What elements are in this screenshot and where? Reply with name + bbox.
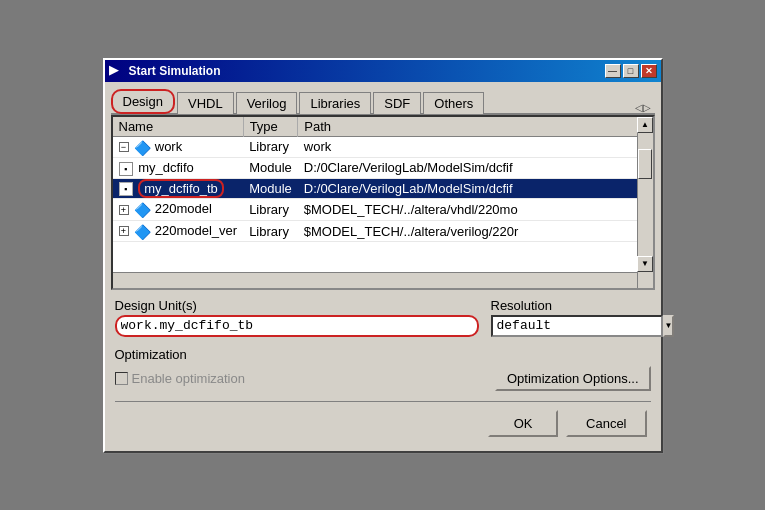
- design-units-label: Design Unit(s): [115, 298, 479, 313]
- minimize-button[interactable]: —: [605, 64, 621, 78]
- horizontal-scrollbar[interactable]: [113, 272, 637, 288]
- resolution-input[interactable]: [491, 315, 663, 337]
- tab-sdf[interactable]: SDF: [373, 92, 421, 114]
- scroll-down-button[interactable]: ▼: [637, 256, 653, 272]
- window-icon: ▶: [109, 63, 125, 79]
- title-bar: ▶ Start Simulation — □ ✕: [105, 60, 661, 82]
- close-button[interactable]: ✕: [641, 64, 657, 78]
- tab-verilog[interactable]: Verilog: [236, 92, 298, 114]
- tab-scroll-arrow[interactable]: ◁▷: [631, 102, 655, 113]
- table-row[interactable]: + 🔷 220model_ver Library $MODEL_TECH/../…: [113, 220, 653, 242]
- dialog-buttons: OK Cancel: [115, 406, 651, 441]
- tab-libraries[interactable]: Libraries: [299, 92, 371, 114]
- scroll-thumb[interactable]: [638, 149, 652, 179]
- ok-button[interactable]: OK: [488, 410, 558, 437]
- divider: [115, 401, 651, 402]
- design-units-input[interactable]: [115, 315, 479, 337]
- library-table: Name Type Path − 🔷 work Library: [111, 115, 655, 290]
- tab-bar: Design VHDL Verilog Libraries SDF Others…: [111, 88, 655, 115]
- table-row-selected[interactable]: ▪ my_dcfifo_tb Module D:/0Clare/VerilogL…: [113, 178, 653, 199]
- column-header-type: Type: [243, 117, 298, 137]
- library-icon: 🔷: [134, 223, 151, 239]
- table-row[interactable]: − 🔷 work Library work: [113, 136, 653, 158]
- resolution-dropdown-arrow[interactable]: ▼: [663, 315, 675, 337]
- enable-optimization-checkbox[interactable]: [115, 372, 128, 385]
- expand-icon[interactable]: +: [119, 226, 129, 236]
- expand-icon[interactable]: +: [119, 205, 129, 215]
- expand-icon[interactable]: −: [119, 142, 129, 152]
- table-row[interactable]: + 🔷 220model Library $MODEL_TECH/../alte…: [113, 199, 653, 221]
- table-row[interactable]: ▪ my_dcfifo Module D:/0Clare/VerilogLab/…: [113, 158, 653, 179]
- optimization-label: Optimization: [115, 347, 651, 362]
- tab-vhdl[interactable]: VHDL: [177, 92, 234, 114]
- vertical-scrollbar[interactable]: ▲ ▼: [637, 117, 653, 288]
- library-icon: 🔷: [134, 139, 151, 155]
- maximize-button[interactable]: □: [623, 64, 639, 78]
- optimization-options-button[interactable]: Optimization Options...: [495, 366, 651, 391]
- module-icon: ▪: [119, 182, 133, 196]
- start-simulation-dialog: ▶ Start Simulation — □ ✕ Design VHDL Ver…: [103, 58, 663, 453]
- tab-others[interactable]: Others: [423, 92, 484, 114]
- window-title: Start Simulation: [129, 64, 221, 78]
- enable-optimization-checkbox-label[interactable]: Enable optimization: [115, 371, 245, 386]
- tab-design[interactable]: Design: [111, 89, 175, 114]
- library-icon: 🔷: [134, 202, 151, 218]
- scroll-up-button[interactable]: ▲: [637, 117, 653, 133]
- resolution-label: Resolution: [491, 298, 651, 313]
- column-header-name: Name: [113, 117, 244, 137]
- column-header-path: Path: [298, 117, 652, 137]
- module-icon: ▪: [119, 162, 133, 176]
- title-bar-controls: — □ ✕: [605, 64, 657, 78]
- selected-row-label: my_dcfifo_tb: [138, 179, 224, 198]
- resolution-select-container: ▼: [491, 315, 651, 337]
- cancel-button[interactable]: Cancel: [566, 410, 646, 437]
